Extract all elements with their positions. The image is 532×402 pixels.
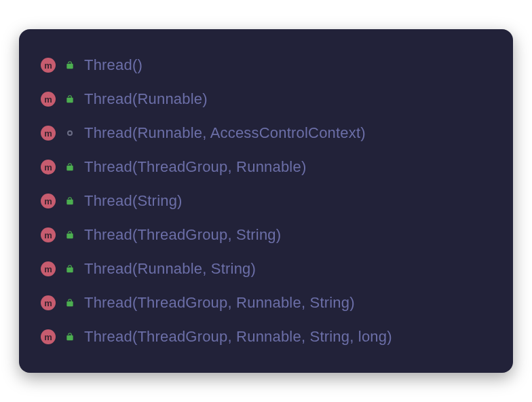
visibility-public-icon (64, 161, 76, 173)
visibility-public-icon (64, 331, 76, 343)
completion-popup: m Thread() m Thread(Runnable) m Thread(R… (19, 29, 513, 373)
method-icon-letter: m (44, 197, 52, 206)
method-signature: Thread(ThreadGroup, String) (84, 226, 281, 244)
method-icon: m (41, 92, 56, 107)
method-icon-letter: m (44, 95, 52, 104)
method-icon: m (41, 329, 56, 344)
visibility-package-icon (64, 127, 76, 139)
list-item[interactable]: m Thread(ThreadGroup, Runnable) (41, 150, 491, 184)
visibility-public-icon (64, 297, 76, 309)
list-item[interactable]: m Thread(Runnable) (41, 82, 491, 116)
method-signature: Thread(ThreadGroup, Runnable, String) (84, 294, 355, 312)
method-signature: Thread() (84, 56, 142, 74)
method-icon: m (41, 227, 56, 242)
method-icon: m (41, 194, 56, 208)
list-item[interactable]: m Thread(String) (41, 184, 491, 218)
list-item[interactable]: m Thread(Runnable, AccessControlContext) (41, 116, 491, 150)
method-signature: Thread(ThreadGroup, Runnable, String, lo… (84, 328, 392, 346)
list-item[interactable]: m Thread(ThreadGroup, Runnable, String, … (41, 320, 491, 354)
visibility-public-icon (64, 229, 76, 241)
method-icon: m (41, 58, 56, 73)
list-item[interactable]: m Thread(ThreadGroup, String) (41, 218, 491, 252)
method-icon: m (41, 295, 56, 310)
method-icon: m (41, 126, 56, 141)
method-icon-letter: m (44, 265, 52, 274)
method-signature: Thread(Runnable, String) (84, 260, 256, 278)
method-signature: Thread(ThreadGroup, Runnable) (84, 158, 306, 176)
visibility-public-icon (64, 263, 76, 275)
method-icon-letter: m (44, 61, 52, 70)
visibility-public-icon (64, 93, 76, 105)
list-item[interactable]: m Thread() (41, 48, 491, 82)
list-item[interactable]: m Thread(ThreadGroup, Runnable, String) (41, 286, 491, 320)
method-icon: m (41, 160, 56, 175)
list-item[interactable]: m Thread(Runnable, String) (41, 252, 491, 286)
method-icon: m (41, 261, 56, 276)
method-icon-letter: m (44, 129, 52, 138)
method-icon-letter: m (44, 333, 52, 342)
method-icon-letter: m (44, 231, 52, 240)
visibility-public-icon (64, 195, 76, 207)
method-icon-letter: m (44, 163, 52, 172)
visibility-public-icon (64, 59, 76, 71)
method-signature: Thread(String) (84, 192, 183, 210)
method-signature: Thread(Runnable, AccessControlContext) (84, 124, 366, 142)
method-icon-letter: m (44, 299, 52, 308)
method-signature: Thread(Runnable) (84, 90, 208, 108)
